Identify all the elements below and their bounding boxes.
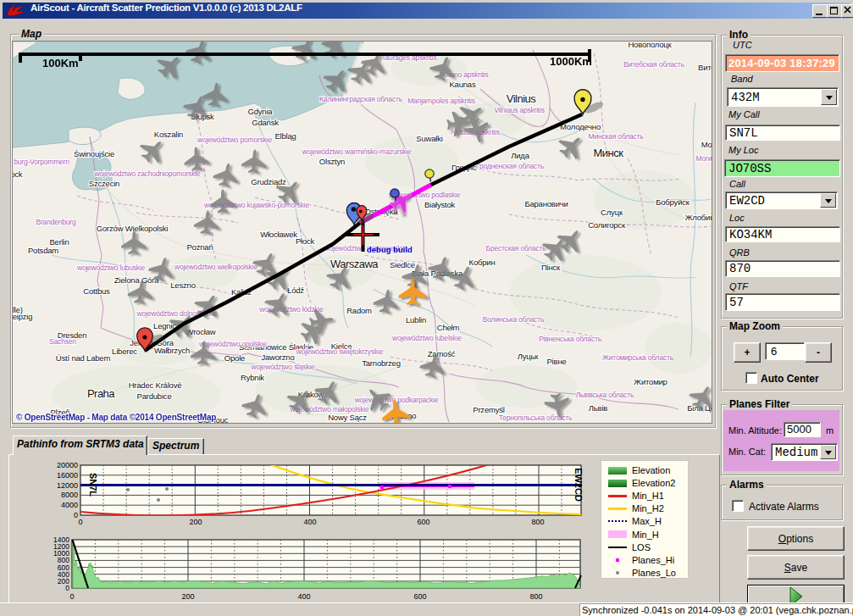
svg-text:Жлобин: Жлобин <box>685 213 712 222</box>
svg-text:Новополоцк: Новополоцк <box>628 42 672 49</box>
svg-text:Kaunas: Kaunas <box>449 80 475 89</box>
svg-text:Wałbrzych: Wałbrzych <box>154 346 190 355</box>
svg-text:1000Km: 1000Km <box>550 55 592 68</box>
svg-text:Koszalin: Koszalin <box>154 130 183 139</box>
svg-text:Лида: Лида <box>511 151 529 160</box>
svg-text:SN7L: SN7L <box>88 473 98 497</box>
svg-text:województwo świętokrzyskie: województwo świętokrzyskie <box>296 347 384 356</box>
svg-text:12000: 12000 <box>57 481 78 490</box>
svg-text:Jaworzno: Jaworzno <box>261 352 294 362</box>
svg-text:Łódź: Łódź <box>287 286 304 295</box>
svg-text:Potsdam: Potsdam <box>28 246 58 255</box>
svg-text:Могилевская: Могилевская <box>695 154 712 163</box>
svg-text:Brandenburg: Brandenburg <box>36 218 76 226</box>
svg-text:© OpenStreetMap - Map data ©20: © OpenStreetMap - Map data ©2014 OpenStr… <box>16 413 216 422</box>
svg-text:Бобруйск: Бобруйск <box>656 197 690 207</box>
svg-text:Wrocław: Wrocław <box>186 327 216 336</box>
svg-text:800: 800 <box>529 592 542 601</box>
svg-text:Пінск: Пінск <box>541 263 561 272</box>
svg-text:16000: 16000 <box>57 471 78 480</box>
svg-text:Луцьк: Луцьк <box>518 352 540 361</box>
svg-text:Liberec: Liberec <box>112 347 137 356</box>
svg-text:województwo śląskie: województwo śląskie <box>250 363 315 371</box>
svg-text:Płock: Płock <box>296 236 315 246</box>
svg-text:Cottbus: Cottbus <box>83 286 110 296</box>
svg-text:Lublin: Lublin <box>406 315 426 325</box>
svg-text:Витебская область: Витебская область <box>623 60 684 69</box>
svg-text:Berlin: Berlin <box>49 237 69 247</box>
svg-text:Stock: Stock <box>13 169 23 179</box>
svg-text:Житомир: Житомир <box>634 377 667 386</box>
svg-text:Leszno: Leszno <box>170 280 195 290</box>
svg-text:województwo pomorskie: województwo pomorskie <box>197 136 272 144</box>
svg-text:Tarnobrzeg: Tarnobrzeg <box>362 358 401 368</box>
svg-text:Marijampolės apskritis: Marijampolės apskritis <box>407 97 475 105</box>
svg-text:Солигорск: Солигорск <box>588 220 626 230</box>
svg-text:Halle): Halle) <box>13 305 23 314</box>
svg-text:Брестская область: Брестская область <box>486 244 547 253</box>
svg-text:100Km: 100Km <box>42 57 79 69</box>
svg-text:600: 600 <box>417 518 429 526</box>
svg-text:Włocławek: Włocławek <box>260 230 297 239</box>
svg-text:Olsztyn: Olsztyn <box>319 157 345 166</box>
svg-text:Минская область: Минская область <box>589 132 645 141</box>
svg-text:Тернопільська область: Тернопільська область <box>499 413 573 422</box>
svg-text:Gdańsk: Gdańsk <box>252 118 279 127</box>
svg-text:województwo lubelskie: województwo lubelskie <box>391 334 462 342</box>
svg-text:Poznań: Poznań <box>186 242 213 252</box>
svg-text:województwo lubuskie: województwo lubuskie <box>76 264 146 272</box>
svg-text:debug build: debug build <box>367 245 413 254</box>
svg-text:województwo warmińsko-mazurski: województwo warmińsko-mazurskie <box>302 147 412 156</box>
svg-text:EW2CD: EW2CD <box>573 468 584 502</box>
svg-text:Рівненська область: Рівненська область <box>539 335 602 343</box>
svg-text:Gorzów Wielkopolski: Gorzów Wielkopolski <box>97 224 168 233</box>
svg-text:Opole: Opole <box>224 353 245 363</box>
svg-text:Барановичи: Барановичи <box>524 199 568 208</box>
svg-text:Grudziądz: Grudziądz <box>251 177 286 186</box>
svg-text:Elbląg: Elbląg <box>274 131 296 141</box>
svg-text:20000: 20000 <box>57 461 78 469</box>
svg-text:Vilnius: Vilnius <box>507 92 537 105</box>
svg-text:województwo zachodniopomorskie: województwo zachodniopomorskie <box>94 169 201 178</box>
svg-text:Zamość: Zamość <box>428 349 456 358</box>
svg-text:200: 200 <box>189 518 202 526</box>
svg-text:Могилев: Могилев <box>701 140 712 149</box>
svg-text:0: 0 <box>65 584 69 592</box>
svg-text:Pardubice: Pardubice <box>137 391 172 401</box>
svg-text:Warszawa: Warszawa <box>330 258 379 270</box>
svg-text:0: 0 <box>78 518 82 526</box>
svg-text:800: 800 <box>531 518 544 526</box>
svg-text:Chełm: Chełm <box>437 323 460 332</box>
svg-text:województwo łódzkie: województwo łódzkie <box>258 305 324 314</box>
svg-text:województwo opolskie: województwo opolskie <box>198 340 268 348</box>
svg-text:Волинська область: Волинська область <box>483 315 545 324</box>
svg-text:Кобрин: Кобрин <box>469 258 496 267</box>
svg-text:Sachsen: Sachsen <box>49 337 76 346</box>
svg-text:Suwałki: Suwałki <box>416 134 442 143</box>
svg-text:Vilniaus apskritis: Vilniaus apskritis <box>494 106 545 114</box>
svg-text:burg-Vorpommern: burg-Vorpommern <box>14 158 69 166</box>
svg-text:0: 0 <box>74 511 78 519</box>
svg-text:Гродненская область: Гродненская область <box>476 162 545 170</box>
svg-text:Zielona Góra: Zielona Góra <box>114 275 159 285</box>
svg-text:Nowy Sącz: Nowy Sącz <box>328 413 367 422</box>
svg-text:Львівська область: Львівська область <box>576 391 634 399</box>
svg-text:200: 200 <box>181 592 194 601</box>
svg-text:Rybnik: Rybnik <box>241 373 264 382</box>
svg-text:Львів: Львів <box>589 403 608 413</box>
svg-text:Калининградская область: Калининградская область <box>319 95 403 103</box>
svg-text:Szczecin: Szczecin <box>89 179 119 188</box>
svg-text:0: 0 <box>69 592 74 601</box>
svg-text:Praha: Praha <box>87 387 115 400</box>
svg-text:Рівне: Рівне <box>546 357 566 366</box>
svg-text:Hradec Králové: Hradec Králové <box>129 380 182 390</box>
svg-text:Białystok: Białystok <box>424 200 456 209</box>
svg-text:4000: 4000 <box>61 501 78 509</box>
svg-text:600: 600 <box>413 592 426 601</box>
svg-text:województwo wielkopolskie: województwo wielkopolskie <box>174 263 258 271</box>
svg-text:400: 400 <box>303 518 316 526</box>
svg-text:Radom: Radom <box>346 306 372 315</box>
svg-text:Ústí nad Labem: Ústí nad Labem <box>56 353 111 363</box>
svg-text:Витебск: Витебск <box>698 63 712 72</box>
svg-text:8000: 8000 <box>61 491 78 499</box>
